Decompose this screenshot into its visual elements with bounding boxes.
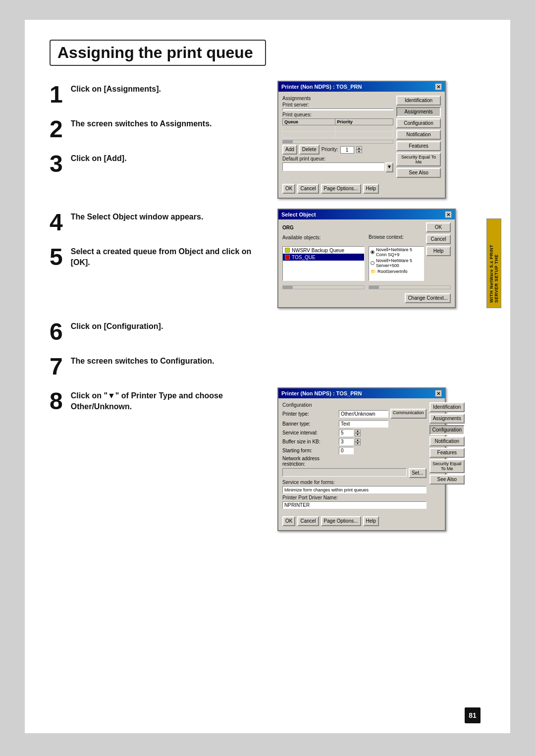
dialog2-scrollbar-left[interactable] — [282, 285, 365, 289]
dialog3-spin-down-2[interactable]: ▼ — [355, 442, 361, 445]
dialog1-default-queue-dropdown[interactable]: ▼ — [385, 162, 393, 172]
dialog1-notification-button[interactable]: Notification — [396, 130, 441, 140]
dialog3-printer-port-value: NPRINTER — [284, 502, 310, 508]
dialog1-print-server-label: Print server: — [282, 102, 393, 108]
dialog2-browse-item-2[interactable]: Novell+NetWare 5 Server+500 — [369, 258, 424, 269]
dialog3-see-also-button[interactable]: See Also — [429, 475, 465, 485]
dialog3-sidebar: Identification Assignments Configuration… — [429, 402, 465, 510]
dialog1-spin-down[interactable]: ▼ — [356, 150, 362, 153]
queue-col-header: Queue — [283, 119, 335, 125]
dialog3-buffer-size-row: Buffer size in KB: 3 ▲ ▼ — [282, 438, 427, 445]
dialog2-browse-listbox[interactable]: Novell+NetWare 5 Conn SQ+9 Novell+NetWar… — [369, 246, 424, 281]
dialog3-communication-button[interactable]: Communication — [390, 409, 427, 419]
step-8-container: 8 Click on "▼" of Printer Type and choos… — [50, 387, 268, 531]
dialog3-service-spinner[interactable]: ▲ ▼ — [355, 430, 361, 436]
assignments-dialog: Printer (Non NDPS) : TOS_PRN ✕ Assignmen… — [277, 81, 446, 199]
dialog1-help-button[interactable]: Help — [363, 184, 379, 194]
dialog1-see-also-button[interactable]: See Also — [396, 168, 441, 178]
dialog2-nwsrv-text: NWSRV Backup Queue — [292, 248, 344, 253]
dialog3-notification-button[interactable]: Notification — [429, 436, 465, 446]
dialog2-lists-row: NWSRV Backup Queue TOS_QUE — [278, 246, 455, 284]
title-box: Assigning the print queue — [50, 40, 266, 66]
dialog3-banner-type-field[interactable]: Text — [339, 420, 388, 428]
dialog3-close-button[interactable]: ✕ — [435, 390, 442, 397]
dialog2-browse-text-1: Novell+NetWare 5 Conn SQ+9 — [376, 247, 422, 257]
dialog1-priority-field[interactable]: 1 — [340, 146, 354, 154]
step-3: 3 Click on [Add]. — [50, 150, 268, 176]
dialog2-help-button[interactable]: Help — [426, 246, 451, 256]
dialog1-cancel-button[interactable]: Cancel — [297, 184, 319, 194]
dialog1-page-options-button[interactable]: Page Options... — [321, 184, 361, 194]
dialog2-browse-item-1[interactable]: Novell+NetWare 5 Conn SQ+9 — [369, 247, 424, 258]
dialog2-item-tosque[interactable]: TOS_QUE — [283, 254, 364, 261]
dialog3-ok-button[interactable]: OK — [282, 516, 295, 526]
dialog1-ok-button[interactable]: OK — [282, 184, 295, 194]
step-6: 6 Click on [Configuration]. — [50, 318, 485, 344]
dialog2-ok-button[interactable]: OK — [426, 222, 451, 232]
dialog3-buffer-spinner[interactable]: ▲ ▼ — [355, 438, 361, 445]
dialog1-queue-table: Queue Priority — [282, 118, 393, 138]
dialog2-title: Select Object — [281, 212, 316, 217]
dialog2-close-button[interactable]: ✕ — [445, 211, 452, 218]
step-text-1: Click on [Assignments]. — [71, 81, 161, 95]
dialog1-scrollbar-thumb — [283, 140, 293, 143]
step-text-4: The Select Object window appears. — [71, 209, 204, 222]
dialog1-default-queue-field[interactable] — [282, 162, 384, 171]
dialog3-starting-form-label: Starting form: — [282, 448, 337, 453]
dialog3-section-label: Configuration — [282, 402, 427, 408]
dialog3-security-button[interactable]: Security Equal To Me — [429, 459, 465, 473]
dialog3-spin-up-2[interactable]: ▲ — [355, 438, 361, 442]
dialog1-assignments-button[interactable]: Assignments — [396, 107, 441, 117]
dialog3-identification-button[interactable]: Identification — [429, 402, 465, 412]
dialog2-footer: Change Context... — [278, 291, 455, 307]
dialog3-assignments-button[interactable]: Assignments — [429, 414, 465, 424]
dialog1-close-button[interactable]: ✕ — [435, 83, 442, 90]
dialog3-page-options-button[interactable]: Page Options... — [321, 516, 361, 526]
dialog3-spin-up-1[interactable]: ▲ — [355, 430, 361, 433]
dialog3-service-interval-value: 5 — [341, 430, 344, 435]
steps-1-3: 1 Click on [Assignments]. 2 The screen s… — [50, 81, 268, 199]
dialog1-features-button[interactable]: Features — [396, 141, 441, 151]
dialog1-scrollbar[interactable] — [282, 140, 393, 144]
dialog1-spin-up[interactable]: ▲ — [356, 146, 362, 150]
dialog3-set-button[interactable]: Set... — [409, 468, 426, 478]
dialog1-add-button[interactable]: Add — [282, 145, 297, 155]
dialog1-body: Assignments Print server: Print queues: … — [278, 92, 445, 182]
dialog2-available-listbox[interactable]: NWSRV Backup Queue TOS_QUE — [282, 246, 365, 281]
dialog3-service-interval-field[interactable]: 5 — [339, 429, 354, 436]
dialog1-configuration-button[interactable]: Configuration — [396, 118, 441, 128]
dialog3-buffer-size-field[interactable]: 3 — [339, 438, 354, 445]
dialog1-title: Printer (Non NDPS) : TOS_PRN — [281, 84, 362, 90]
dialog3-spin-down-1[interactable]: ▼ — [355, 433, 361, 436]
dialog2-change-context-button[interactable]: Change Context... — [405, 293, 451, 303]
dialog1-delete-button[interactable]: Delete — [299, 145, 320, 155]
dialog3-cancel-button[interactable]: Cancel — [297, 516, 319, 526]
dialog3-network-addr-field[interactable] — [282, 468, 407, 477]
dialog2-browse-item-3[interactable]: 📁 RootServerInfo — [369, 269, 424, 274]
step-2: 2 The screen switches to Assignments. — [50, 115, 268, 141]
dialog1-priority-spinner[interactable]: ▲ ▼ — [356, 146, 362, 153]
dialog2-item-nwsrv[interactable]: NWSRV Backup Queue — [283, 247, 364, 254]
dialog3-configuration-button[interactable]: Configuration — [429, 425, 465, 435]
dialog3-printer-port-field[interactable]: NPRINTER — [282, 501, 427, 509]
dialog2-browse-text-2: Novell+NetWare 5 Server+500 — [376, 258, 422, 268]
step-text-8: Click on "▼" of Printer Type and choose … — [71, 387, 268, 413]
dialog1-print-server-field[interactable] — [282, 108, 393, 110]
dialog3-printer-type-field[interactable]: Other/Unknown — [339, 410, 388, 418]
dialog1-controls: Add Delete Priority: 1 ▲ ▼ — [282, 145, 393, 155]
step-5: 5 Select a created queue from Object and… — [50, 243, 268, 269]
dialog1-identification-button[interactable]: Identification — [396, 96, 441, 106]
dialog3-service-interval-row: Service interval: 5 ▲ ▼ — [282, 429, 427, 436]
step-text-2: The screen switches to Assignments. — [71, 115, 212, 129]
dialog1-security-button[interactable]: Security Equal To Me — [396, 153, 441, 166]
dialog3-starting-form-field[interactable]: 0 — [339, 447, 354, 454]
dialog1-titlebar: Printer (Non NDPS) : TOS_PRN ✕ — [278, 82, 445, 92]
dialog2-scrollbar-right[interactable] — [369, 285, 451, 289]
dialog3-features-button[interactable]: Features — [429, 448, 465, 458]
dialog2-cancel-button[interactable]: Cancel — [426, 234, 451, 244]
dialog2-scrollbar-left-thumb — [283, 286, 293, 289]
step-number-1: 1 — [50, 83, 63, 107]
dialog3-title: Printer (Non NDPS) : TOS_PRN — [281, 390, 362, 396]
dialog3-service-mode-field[interactable]: Minimize form changes within print queue… — [282, 486, 427, 493]
dialog3-help-button[interactable]: Help — [363, 516, 379, 526]
